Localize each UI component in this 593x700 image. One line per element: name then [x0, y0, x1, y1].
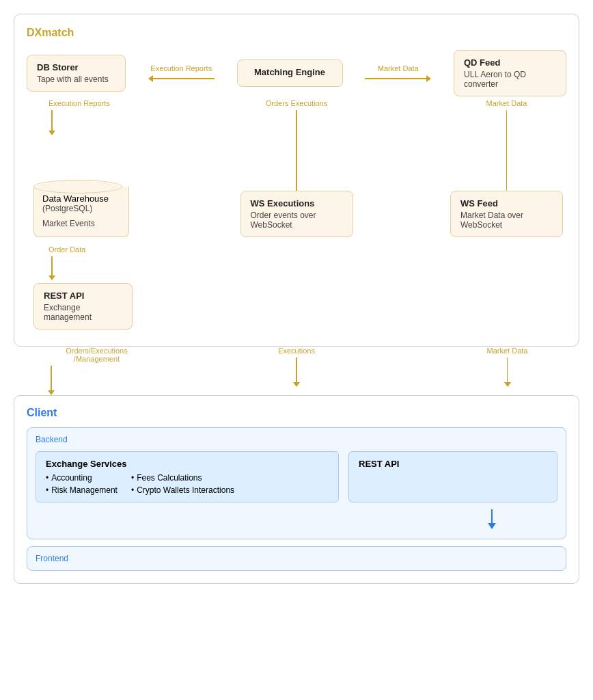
db-storer-subtitle: Tape with all events: [37, 75, 115, 84]
outside-mid-col: Executions: [237, 347, 357, 395]
db-storer-title: DB Storer: [37, 62, 115, 72]
dw-subtitle: (PostgreSQL): [42, 204, 120, 213]
client-box: Client Backend Exchange Services • Accou…: [14, 395, 579, 584]
ws-feed-col: WS Feed Market Data over WebSocket: [447, 191, 566, 237]
h-line-market: [365, 78, 426, 79]
exec-reports-down-label: Execution Reports: [49, 99, 110, 107]
matching-engine-box: Matching Engine: [237, 59, 343, 87]
order-data-label: Order Data: [49, 245, 85, 254]
market-data-right-label: Market Data: [486, 99, 527, 107]
empty-col2: [237, 283, 357, 329]
arrow-down-order: [49, 275, 55, 280]
outside-arrows: Orders/Executions /Management Executions…: [14, 347, 579, 395]
qd-feed-subtitle: ULL Aeron to QD converter: [464, 70, 556, 89]
dxmatch-title: DXmatch: [27, 27, 566, 39]
rest-api-arrow-container: [36, 509, 557, 529]
exchange-services-left: • Accounting • Risk Management: [46, 473, 118, 495]
arrow-down-outside-mid: [293, 382, 300, 387]
rest-api-client-box: REST API: [348, 451, 557, 502]
risk-mgmt-label: Risk Management: [51, 485, 118, 495]
outside-right-v: [504, 358, 511, 387]
ws-feed-box: WS Feed Market Data over WebSocket: [450, 191, 563, 237]
rest-api-client-title: REST API: [359, 459, 399, 469]
outside-mid-v: [293, 358, 300, 387]
risk-mgmt-item: • Risk Management: [46, 485, 118, 495]
ws-exec-col: WS Executions Order events over WebSocke…: [237, 191, 357, 237]
arrow-down-outside-left: [48, 390, 55, 395]
orders-exec-v-connector: [293, 110, 300, 197]
h-line-exec: [153, 78, 215, 79]
frontend-label: Frontend: [36, 554, 557, 563]
market-data-out-label: Market Data: [487, 347, 528, 355]
empty-right: [447, 245, 566, 280]
db-storer-box: DB Storer Tape with all events: [27, 55, 126, 92]
qd-feed-title: QD Feed: [464, 57, 556, 68]
dxmatch-box: DXmatch DB Storer Tape with all events E…: [14, 14, 579, 347]
outside-right-col: Market Data: [447, 347, 567, 395]
cylinder-top: [33, 180, 122, 193]
order-data-col: Order Data: [27, 245, 146, 280]
market-data-arrow-h: Market Data: [343, 64, 454, 82]
orders-exec-mgmt-label: Orders/Executions /Management: [48, 347, 146, 363]
backend-label: Backend: [36, 435, 557, 444]
order-data-v: [49, 256, 55, 280]
exec-reports-arrow-h: Execution Reports: [126, 64, 237, 82]
ws-feed-subtitle: Market Data over WebSocket: [460, 211, 553, 230]
rest-api-title: REST API: [44, 291, 122, 301]
crypto-wallets-item: • Crypto Wallets Interactions: [131, 485, 234, 495]
outside-left-v: [48, 366, 55, 395]
backend-inner: Exchange Services • Accounting • Risk Ma…: [36, 451, 557, 502]
exchange-services-right: • Fees Calculations • Crypto Wallets Int…: [131, 473, 234, 495]
page-wrapper: DXmatch DB Storer Tape with all events E…: [14, 14, 579, 584]
rest-api-col: REST API Exchange management: [27, 283, 146, 329]
exec-reports-label: Execution Reports: [150, 64, 212, 72]
blue-v-line: [491, 509, 493, 523]
exchange-services-items: • Accounting • Risk Management • F: [46, 473, 329, 495]
backend-section: Backend Exchange Services • Accounting •: [27, 427, 566, 539]
empty-col3: [447, 283, 566, 329]
v-line-outside-left: [51, 366, 52, 390]
top-row: DB Storer Tape with all events Execution…: [27, 50, 566, 96]
blue-arrow-down-icon: [488, 523, 496, 529]
dw-detail: Market Events: [42, 219, 120, 228]
v-line-outside-right: [507, 358, 508, 382]
v-line-order: [51, 256, 53, 275]
exec-reports-v-connector: [49, 110, 55, 135]
accounting-label: Accounting: [51, 473, 92, 483]
outside-left-col: Orders/Executions /Management: [26, 347, 146, 395]
ws-executions-box: WS Executions Order events over WebSocke…: [240, 191, 353, 237]
empty-mid: [237, 245, 357, 280]
orders-exec-label: Orders Executions: [266, 99, 327, 107]
cylinder-body: Data Warehouse (PostgreSQL) Market Event…: [33, 187, 129, 237]
ws-feed-title: WS Feed: [460, 198, 553, 208]
v-line-orders: [296, 110, 297, 192]
dw-title: Data Warehouse: [42, 193, 120, 204]
arrow-down-outside-right: [504, 382, 511, 387]
rest-api-down-arrow: [488, 509, 496, 529]
ws-exec-subtitle: Order events over WebSocket: [251, 211, 343, 230]
rest-api-subtitle: Exchange management: [44, 303, 122, 322]
arrow-left-icon: [148, 75, 153, 82]
arrow-right-icon: [426, 75, 431, 82]
arrow-down-exec: [49, 131, 55, 135]
data-warehouse-col: Data Warehouse (PostgreSQL) Market Event…: [27, 180, 146, 237]
executions-label: Executions: [278, 347, 315, 355]
v-line-outside-mid: [296, 358, 297, 382]
exchange-services-title: Exchange Services: [46, 459, 329, 469]
qd-feed-box: QD Feed ULL Aeron to QD converter: [454, 50, 566, 96]
matching-engine-title: Matching Engine: [247, 67, 333, 77]
fees-calc-label: Fees Calculations: [137, 473, 202, 483]
accounting-item: • Accounting: [46, 473, 118, 483]
row5: REST API Exchange management: [27, 283, 566, 329]
v-line-exec: [51, 110, 53, 131]
exchange-services-box: Exchange Services • Accounting • Risk Ma…: [36, 451, 339, 502]
ws-exec-title: WS Executions: [251, 198, 343, 208]
row4: Order Data: [27, 245, 566, 280]
rest-api-box: REST API Exchange management: [33, 283, 133, 329]
fees-calc-item: • Fees Calculations: [131, 473, 234, 483]
client-title: Client: [27, 407, 566, 419]
frontend-section: Frontend: [27, 546, 566, 571]
cylinder-wrapper: Data Warehouse (PostgreSQL) Market Event…: [33, 180, 129, 237]
crypto-wallets-label: Crypto Wallets Interactions: [137, 485, 234, 495]
market-data-label-top: Market Data: [378, 64, 419, 72]
